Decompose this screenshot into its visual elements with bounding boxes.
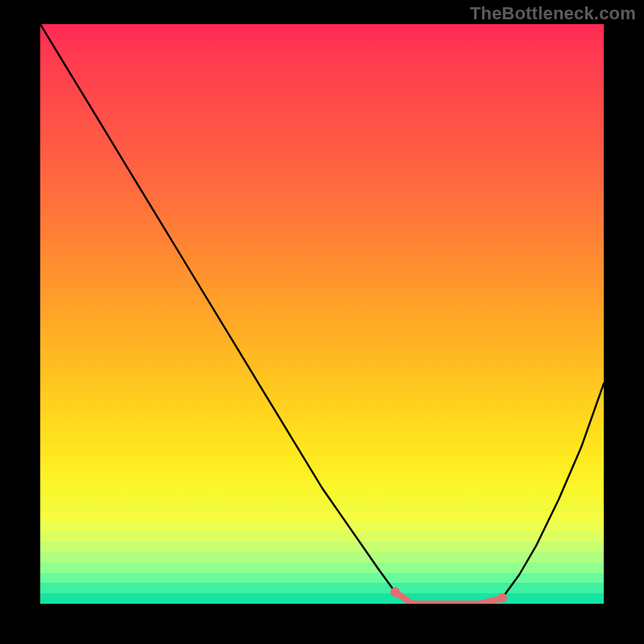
watermark-text: TheBottleneck.com [470,3,636,24]
chart-frame: TheBottleneck.com [0,0,644,644]
curve-svg [40,24,604,604]
highlight-end-dot [497,593,507,603]
plot-area [40,24,604,604]
optimal-range-highlight [395,592,502,604]
highlight-start-dot [390,588,400,597]
bottleneck-curve [40,24,604,604]
